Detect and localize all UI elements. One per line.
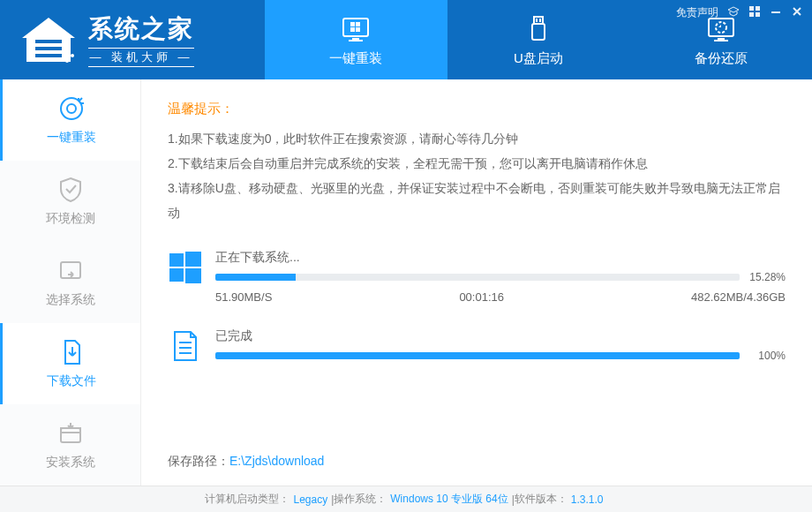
download-complete-block: 已完成 100% <box>168 328 786 364</box>
box-download-icon <box>56 419 85 448</box>
brand-title: 系统之家 <box>88 12 194 46</box>
svg-rect-31 <box>169 253 184 267</box>
svg-rect-30 <box>61 428 80 433</box>
boot-type-label: 计算机启动类型： <box>205 492 289 507</box>
download-title: 正在下载系统... <box>215 250 786 266</box>
svg-rect-7 <box>352 38 359 40</box>
svg-rect-12 <box>356 27 360 32</box>
usb-icon <box>523 13 554 45</box>
svg-rect-2 <box>35 54 62 57</box>
tab-label: 备份还原 <box>695 50 748 67</box>
minimize-button[interactable] <box>770 5 782 20</box>
window-arrow-icon <box>56 257 85 285</box>
save-path: 保存路径：E:\Zjds\download <box>168 454 324 470</box>
complete-percent: 100% <box>747 350 786 362</box>
sidebar-item-install[interactable]: 安装系统 <box>0 404 140 486</box>
download-speed: 51.90MB/S <box>215 290 272 304</box>
status-bar: 计算机启动类型： Legacy | 操作系统： Windows 10 专业版 6… <box>0 486 812 512</box>
target-icon <box>57 94 86 123</box>
svg-point-27 <box>67 104 76 113</box>
boot-type-value: Legacy <box>293 493 327 506</box>
svg-rect-0 <box>35 40 62 43</box>
svg-rect-24 <box>756 12 760 17</box>
svg-rect-22 <box>756 6 760 11</box>
sidebar-item-label: 选择系统 <box>46 292 95 308</box>
sidebar-item-label: 环境检测 <box>46 211 95 227</box>
svg-rect-13 <box>534 17 543 24</box>
grid-icon[interactable] <box>748 5 761 20</box>
windows-icon <box>168 250 203 285</box>
tab-reinstall[interactable]: 一键重装 <box>265 0 447 79</box>
sidebar-item-download[interactable]: 下载文件 <box>0 323 140 404</box>
download-size: 482.62MB/4.36GB <box>691 290 786 304</box>
tips-title: 温馨提示： <box>168 101 786 117</box>
disclaimer-link[interactable]: 免责声明 <box>676 5 718 20</box>
logo-area: 系统之家 — 装机大师 — <box>0 0 265 79</box>
complete-title: 已完成 <box>215 328 786 344</box>
download-system-block: 正在下载系统... 15.28% 51.90MB/S 00:01:16 482.… <box>168 250 786 304</box>
main-content: 温馨提示： 1.如果下载速度为0，此时软件正在搜索资源，请耐心等待几分钟 2.下… <box>141 79 812 486</box>
svg-rect-23 <box>749 12 754 17</box>
sidebar-item-reinstall[interactable]: 一键重装 <box>0 79 140 161</box>
monitor-icon <box>340 13 372 45</box>
svg-rect-15 <box>536 19 538 22</box>
svg-rect-11 <box>350 27 355 32</box>
sidebar-item-label: 下载文件 <box>47 373 96 389</box>
os-label: 操作系统： <box>334 492 387 507</box>
save-path-label: 保存路径： <box>168 454 229 468</box>
svg-rect-33 <box>169 268 184 282</box>
svg-rect-28 <box>61 262 80 278</box>
sidebar-item-select-system[interactable]: 选择系统 <box>0 242 140 323</box>
close-button[interactable] <box>791 5 803 20</box>
download-elapsed: 00:01:16 <box>459 290 504 304</box>
save-path-value[interactable]: E:\Zjds\download <box>229 454 324 468</box>
svg-rect-32 <box>185 252 201 267</box>
version-label: 软件版本： <box>515 492 568 507</box>
svg-point-4 <box>71 54 74 57</box>
sidebar: 一键重装 环境检测 选择系统 下载文件 安装系统 <box>0 79 141 486</box>
sidebar-item-env-check[interactable]: 环境检测 <box>0 161 140 242</box>
svg-rect-1 <box>35 47 62 50</box>
tab-usb-boot[interactable]: U盘启动 <box>447 0 630 79</box>
brand-subtitle: — 装机大师 — <box>88 48 194 67</box>
house-logo-icon <box>18 13 79 66</box>
svg-rect-25 <box>771 11 780 13</box>
app-header: 系统之家 — 装机大师 — 一键重装 U盘启动 备份还原 免责声明 <box>0 0 812 79</box>
svg-point-3 <box>65 54 69 57</box>
download-file-icon <box>57 338 86 366</box>
document-icon <box>168 328 203 364</box>
sidebar-item-label: 安装系统 <box>46 455 95 471</box>
main-body: 一键重装 环境检测 选择系统 下载文件 安装系统 温馨提示： 1.如果下载速度为… <box>0 79 812 486</box>
svg-rect-34 <box>185 268 201 283</box>
version-value: 1.3.1.0 <box>571 493 604 506</box>
tip-line: 2.下载结束后会自动重启并完成系统的安装，全程无需干预，您可以离开电脑请稍作休息 <box>168 151 786 176</box>
svg-rect-9 <box>350 22 355 26</box>
tab-label: U盘启动 <box>514 50 563 67</box>
tip-line: 1.如果下载速度为0，此时软件正在搜索资源，请耐心等待几分钟 <box>168 126 786 151</box>
svg-point-5 <box>65 59 69 63</box>
download-percent: 15.28% <box>747 271 786 283</box>
download-progress-bar <box>215 274 740 281</box>
svg-rect-19 <box>714 40 728 41</box>
svg-rect-16 <box>539 19 541 22</box>
svg-rect-10 <box>356 22 360 26</box>
sidebar-item-label: 一键重装 <box>47 130 96 146</box>
tab-label: 一键重装 <box>329 50 382 67</box>
svg-rect-29 <box>61 428 80 442</box>
complete-progress-bar <box>215 352 740 359</box>
os-value: Windows 10 专业版 64位 <box>390 492 508 507</box>
graduation-icon[interactable] <box>727 5 740 20</box>
shield-check-icon <box>56 176 85 204</box>
svg-rect-14 <box>532 24 545 40</box>
svg-rect-21 <box>749 6 754 11</box>
window-controls: 免责声明 <box>676 5 803 20</box>
svg-rect-8 <box>349 40 363 41</box>
tip-line: 3.请移除U盘、移动硬盘、光驱里的光盘，并保证安装过程中不会断电，否则重装可能失… <box>168 176 786 225</box>
svg-rect-18 <box>718 38 725 40</box>
